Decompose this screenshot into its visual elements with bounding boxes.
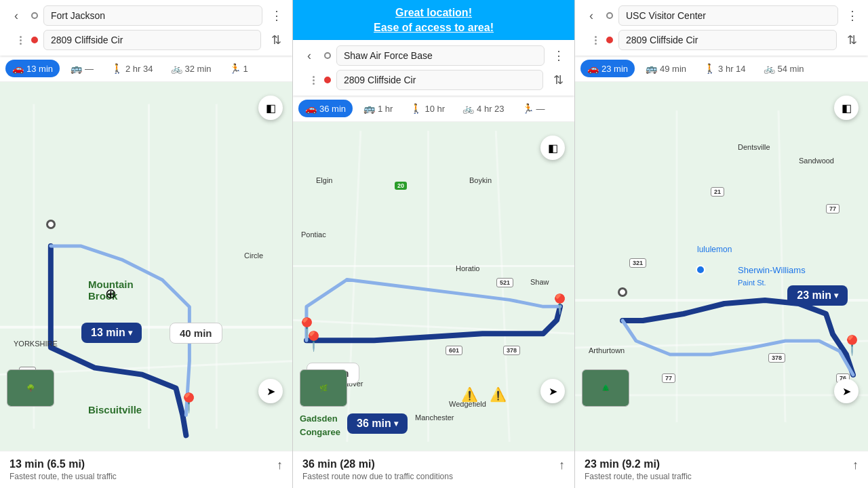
center-promo-line1: Great location! (302, 5, 565, 20)
left-compass-button[interactable]: ➤ (258, 379, 283, 403)
center-start-marker2: 📍 (295, 317, 319, 339)
center-footer-time: 36 min (28 mi) (302, 458, 453, 470)
left-time-arrow: ▾ (128, 328, 132, 338)
left-walk-tab[interactable]: 🚶 2 hr 34 (104, 60, 159, 77)
center-transport-bar: 🚗 36 min 🚌 1 hr 🚶 10 hr 🚲 4 hr 23 🏃 — (293, 96, 574, 122)
left-from-input[interactable] (43, 5, 262, 26)
right-map: Dentsville Sandwood lululemon Sherwin-Wi… (575, 82, 868, 451)
center-layers-button[interactable]: ◧ (540, 136, 565, 160)
center-header: ‹ ⋮ ⇅ (293, 40, 574, 96)
right-transit-icon: 🚌 (646, 63, 657, 74)
right-share-button[interactable]: ↑ (852, 458, 859, 472)
center-bike-tab[interactable]: 🚲 4 hr 23 (456, 100, 511, 117)
left-drive-tab[interactable]: 🚗 13 min (5, 60, 60, 77)
right-poi-dot1 (696, 265, 705, 274)
road-77-bottom-badge: 77 (662, 373, 675, 383)
center-from-dot (324, 52, 331, 59)
road-20-badge: 20 (395, 182, 407, 190)
center-walk-icon: 🚶 (410, 103, 422, 114)
left-header-menu[interactable]: ⋮ (268, 8, 285, 23)
center-compass-button[interactable]: ➤ (540, 379, 565, 403)
road-521-badge: 521 (496, 278, 513, 287)
left-footer-info: 13 min (6.5 mi) Fastest route, the usual… (9, 458, 117, 481)
left-main-time-bubble: 13 min ▾ (81, 323, 142, 343)
center-warning1: ⚠️ (461, 386, 478, 403)
left-share-button[interactable]: ↑ (277, 458, 283, 472)
right-bike-time: 54 min (778, 64, 804, 74)
center-footer-info: 36 min (28 mi) Fastest route now due to … (302, 458, 453, 481)
right-thumbnail-image: 🌲 (583, 370, 629, 406)
center-walk-tab[interactable]: 🚶 10 hr (403, 100, 452, 117)
left-main-time-text: 13 min (91, 327, 125, 339)
right-back-button[interactable]: ‹ (582, 6, 601, 25)
center-person-tab[interactable]: 🏃 — (515, 100, 552, 117)
left-swap-button[interactable]: ⇅ (267, 30, 285, 49)
center-transit-tab[interactable]: 🚌 1 hr (357, 100, 399, 117)
center-drive-tab[interactable]: 🚗 36 min (298, 100, 353, 117)
center-swap-button[interactable]: ⇅ (549, 70, 568, 89)
center-footer-desc: Fastest route now due to traffic conditi… (302, 472, 453, 481)
right-to-input[interactable] (618, 30, 837, 50)
right-swap-button[interactable]: ⇅ (842, 30, 861, 49)
center-promo-line2: Ease of access to area! (302, 20, 565, 35)
left-from-dot (31, 12, 38, 19)
left-to-dot (31, 37, 38, 43)
left-bike-tab[interactable]: 🚲 32 min (164, 60, 218, 77)
left-layers-button[interactable]: ◧ (258, 96, 283, 120)
road-321-badge: 321 (629, 258, 646, 268)
left-transit-time: — (85, 64, 94, 74)
right-header: ‹ ⋮ ⇅ (575, 0, 868, 56)
walk-icon: 🚶 (111, 63, 123, 74)
road-378-badge-right: 378 (768, 353, 785, 363)
center-footer: 36 min (28 mi) Fastest route now due to … (293, 451, 574, 488)
right-transport-bar: 🚗 23 min 🚌 49 min 🚶 3 hr 14 🚲 54 min (575, 56, 868, 82)
center-end-marker: 📍 (548, 293, 572, 315)
center-header-menu[interactable]: ⋮ (550, 48, 568, 63)
left-footer: 13 min (6.5 mi) Fastest route, the usual… (0, 451, 292, 488)
transit-icon: 🚌 (71, 63, 82, 74)
left-warning-icon: ⊕ (105, 285, 117, 302)
center-to-input[interactable] (336, 70, 543, 90)
center-bike-time: 4 hr 23 (477, 104, 504, 114)
left-transit-tab[interactable]: 🚌 — (64, 60, 100, 77)
left-thumbnail-image: 🌳 (7, 370, 54, 406)
center-share-button[interactable]: ↑ (559, 458, 565, 472)
person-icon: 🏃 (229, 63, 241, 74)
center-back-button[interactable]: ‹ (300, 46, 319, 65)
center-to-dot (324, 77, 331, 83)
panel-center: Great location! Ease of access to area! … (293, 0, 575, 488)
right-walk-icon: 🚶 (704, 63, 715, 74)
road-21-badge: 21 (711, 187, 724, 197)
right-transit-tab[interactable]: 🚌 49 min (639, 60, 693, 77)
center-person-time: — (536, 104, 545, 114)
right-drive-time: 23 min (601, 64, 628, 74)
left-to-input[interactable] (43, 30, 261, 50)
center-from-input[interactable] (336, 45, 545, 66)
right-bike-tab[interactable]: 🚲 54 min (757, 60, 811, 77)
center-bike-icon: 🚲 (462, 103, 474, 114)
center-thumbnail-image: 🌿 (300, 370, 347, 406)
right-compass-button[interactable]: ➤ (834, 379, 859, 403)
right-thumbnail: 🌲 (582, 369, 629, 407)
right-main-time-text: 23 min (797, 289, 831, 302)
right-bike-icon: 🚲 (764, 63, 775, 74)
left-transport-bar: 🚗 13 min 🚌 — 🚶 2 hr 34 🚲 32 min 🏃 1 (0, 56, 292, 82)
panel-left: ‹ ⋮ ⇅ 🚗 13 min 🚌 — 🚶 2 hr 34 (0, 0, 293, 488)
left-footer-desc: Fastest route, the usual traffic (9, 472, 117, 481)
car-icon: 🚗 (12, 63, 24, 74)
right-layers-button[interactable]: ◧ (834, 96, 859, 120)
center-car-icon: 🚗 (305, 103, 317, 114)
right-car-icon: 🚗 (587, 63, 599, 74)
center-main-time-bubble: 36 min ▾ (347, 413, 408, 434)
right-to-dot (606, 37, 613, 43)
right-drive-tab[interactable]: 🚗 23 min (580, 60, 635, 77)
left-map: MountainBrook YORKSHIRE Biscuitville Cir… (0, 82, 292, 451)
right-from-input[interactable] (618, 5, 838, 26)
left-back-button[interactable]: ‹ (7, 6, 26, 25)
center-main-time-text: 36 min (357, 418, 391, 430)
right-walk-tab[interactable]: 🚶 3 hr 14 (697, 60, 752, 77)
right-header-menu[interactable]: ⋮ (844, 8, 861, 23)
left-person-tab[interactable]: 🏃 1 (222, 60, 255, 77)
svg-line-13 (778, 110, 785, 422)
left-footer-time: 13 min (6.5 mi) (9, 458, 117, 470)
